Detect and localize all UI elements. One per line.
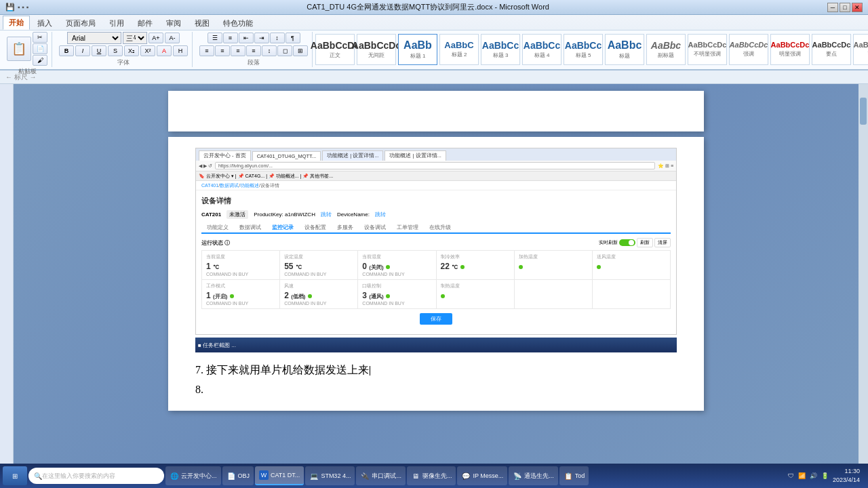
metric-empty1 (515, 280, 593, 308)
style-h2[interactable]: AaBbC 标题 2 (439, 34, 479, 65)
sort-button[interactable]: ↕ (270, 33, 285, 43)
style-emphasis[interactable]: AaBbCcDc 强调 (729, 34, 768, 65)
taskbar-item-serial[interactable]: 🔌 串口调试... (356, 466, 406, 485)
style-nospace[interactable]: AaBbCcDc 无间距 (357, 34, 396, 65)
font-select[interactable]: Arial (67, 32, 121, 44)
tab-ota[interactable]: 在线升级 (424, 223, 456, 232)
metrics-row-2: 工作模式 1 (开启) COMMAND IN BUY 风速 2 (低档) COM… (201, 280, 671, 309)
toggle-switch[interactable] (619, 239, 635, 246)
strikethrough-button[interactable]: S (108, 45, 123, 56)
tab-device-config[interactable]: 设备配置 (299, 223, 332, 232)
tab-mail[interactable]: 邮件 (132, 16, 159, 30)
format-painter-button[interactable]: 🖌 (33, 55, 47, 66)
copy-button[interactable]: 📄 (33, 43, 47, 54)
restore-button[interactable]: □ (840, 3, 850, 12)
vertical-scrollbar[interactable] (859, 84, 868, 474)
underline-button[interactable]: U (92, 45, 106, 56)
tab-work-order[interactable]: 工单管理 (391, 223, 424, 232)
list-bullet-button[interactable]: ☰ (208, 33, 222, 43)
paste-button[interactable]: 📋 (7, 37, 31, 61)
highlight-button[interactable]: H (173, 45, 188, 56)
tab-monitor[interactable]: 监控记录 (267, 223, 299, 234)
scrollbar-thumb[interactable] (860, 98, 867, 125)
status-section-header: 运行状态 ⓘ 实时刷新 刷新 清屏 (201, 238, 671, 247)
taskbar-item-screen[interactable]: 🖥 驱像生先... (407, 466, 456, 485)
indent-decrease-button[interactable]: ⇤ (239, 33, 254, 43)
align-center-button[interactable]: ≡ (215, 45, 230, 56)
taskbar-item-label-word: CAT1 DT... (271, 472, 300, 479)
font-shrink-button[interactable]: A- (165, 33, 180, 43)
cut-button[interactable]: ✂ (33, 32, 47, 43)
document-area[interactable]: 云开发中心 - 首页 CAT401_DTU4G_MQTT... 功能概述 | 设… (14, 84, 859, 474)
tab-data-debug[interactable]: 数据调试 (234, 223, 267, 232)
tab-device-debug[interactable]: 设备调试 (359, 223, 391, 232)
tab-function-def[interactable]: 功能定义 (201, 223, 234, 232)
clear-button[interactable]: 清屏 (654, 238, 671, 247)
italic-button[interactable]: I (75, 45, 90, 56)
list-number-button[interactable]: ≡ (223, 33, 238, 43)
style-subtitle[interactable]: AaBbc 副标题 (646, 34, 686, 65)
styles-group: AaBbCcDc 正文 AaBbCcDc 无间距 AaBb 标题 1 AaBbC… (315, 32, 868, 67)
line-spacing-button[interactable]: ↕ (262, 45, 277, 56)
tab-special[interactable]: 特色功能 (217, 16, 259, 30)
justify-button[interactable]: ≡ (246, 45, 261, 56)
font-color-button[interactable]: A (157, 45, 172, 56)
style-normal[interactable]: AaBbCcDc 正文 (315, 34, 355, 65)
style-subtle-em[interactable]: AaBbCcDc 不明显强调 (688, 34, 727, 65)
style-h3[interactable]: AaBbCc 标题 3 (481, 34, 520, 65)
tab-review[interactable]: 审阅 (160, 16, 187, 30)
taskbar-item-ip[interactable]: 💬 IP Messe... (457, 466, 507, 485)
start-button[interactable]: ⊞ (3, 466, 27, 485)
status-title: 运行状态 ⓘ (201, 239, 230, 247)
metric-empty2 (593, 280, 670, 308)
show-marks-button[interactable]: ¶ (285, 33, 300, 43)
taskbar-item-obj[interactable]: 📄 OBJ (222, 466, 254, 485)
align-right-button[interactable]: ≡ (231, 45, 245, 56)
taskbar-item-word[interactable]: W CAT1 DT... (255, 466, 304, 485)
border-button[interactable]: ⊞ (293, 45, 308, 56)
window-title: CAT1_DTU 4G全网通发送数据MQTT协议到阿里云.docx - Micr… (28, 2, 827, 12)
serial-icon: 🔌 (360, 471, 370, 481)
minimize-button[interactable]: ─ (827, 3, 838, 12)
taskbar-item-stm32[interactable]: 💻 STM32 4... (305, 466, 355, 485)
tab-references[interactable]: 引用 (103, 16, 130, 30)
align-left-button[interactable]: ≡ (199, 45, 214, 56)
product-id: ProductKey: a1nBWIZCH (254, 211, 315, 218)
tab-page-layout[interactable]: 页面布局 (60, 16, 102, 30)
search-bar[interactable]: 🔍 在这里输入你要搜索的内容 (28, 468, 164, 484)
browser-tab-4: 功能概述 | 设置详情... (384, 150, 446, 161)
style-h1[interactable]: AaBb 标题 1 (398, 34, 437, 65)
tab-home[interactable]: 开始 (3, 16, 30, 30)
search-icon: 🔍 (34, 472, 42, 480)
style-strong[interactable]: AaBbCcDc 要点 (812, 34, 851, 65)
breadcrumb-function: 功能概述 (240, 182, 259, 189)
style-h4[interactable]: AaBbCc 标题 4 (522, 34, 561, 65)
windows-taskbar: ⊞ 🔍 在这里输入你要搜索的内容 🌐 云开发中心... 📄 OBJ W CAT1… (0, 464, 868, 488)
taskbar-item-label-tod: Tod (575, 472, 585, 479)
font-size-select[interactable]: 三号 (123, 32, 147, 44)
breadcrumb-data-debug: 数据调试 (220, 182, 239, 189)
thing-label: DeviceName: (337, 211, 370, 218)
taskbar-item-browser[interactable]: 🌐 云开发中心... (165, 466, 221, 485)
style-title[interactable]: AaBbc 标题 (605, 34, 644, 65)
metrics-row-1: 当前温度 1 ℃ COMMAND IN BUY 设定温度 55 ℃ COMMAN… (201, 250, 671, 280)
taskbar-item-tod[interactable]: 📋 Tod (559, 466, 589, 485)
left-ruler (0, 84, 14, 474)
indent-increase-button[interactable]: ⇥ (254, 33, 269, 43)
tab-view[interactable]: 视图 (189, 16, 216, 30)
superscript-button[interactable]: X² (140, 45, 155, 56)
style-intense-em[interactable]: AaBbCcDc 明显强调 (770, 34, 810, 65)
subscript-button[interactable]: X₂ (124, 45, 139, 56)
taskbar-item-comm[interactable]: 📡 通迅生先... (509, 466, 558, 485)
save-button[interactable]: 保存 (420, 313, 452, 325)
shading-button[interactable]: ◻ (277, 45, 292, 56)
tray-battery: 🔋 (821, 472, 829, 479)
tab-multi-service[interactable]: 多服务 (332, 223, 359, 232)
refresh-button[interactable]: 刷新 (637, 238, 653, 247)
font-grow-button[interactable]: A+ (149, 33, 163, 43)
style-quote[interactable]: AaBbCcDc 引用 (853, 34, 868, 65)
tab-insert[interactable]: 插入 (31, 16, 58, 30)
close-button[interactable]: ✕ (852, 3, 863, 12)
bold-button[interactable]: B (59, 45, 74, 56)
style-h5[interactable]: AaBbCc 标题 5 (564, 34, 603, 65)
